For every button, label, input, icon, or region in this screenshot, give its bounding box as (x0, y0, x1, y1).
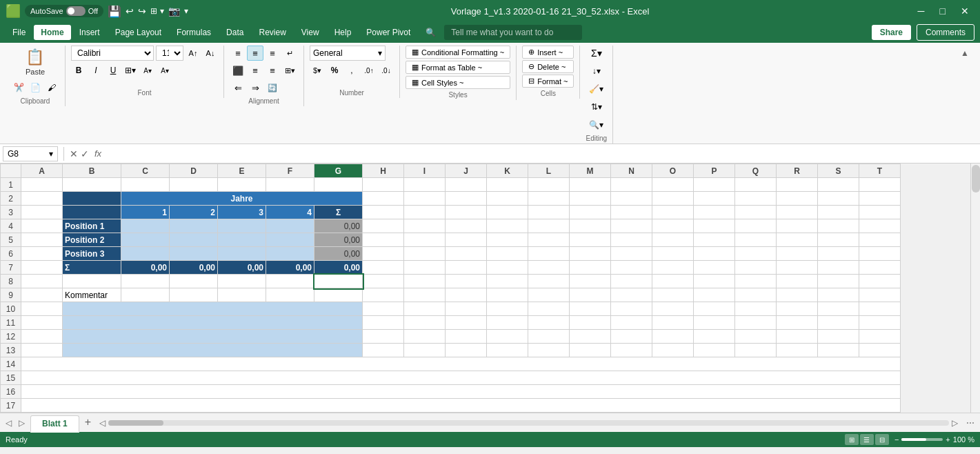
cell-P2[interactable] (694, 192, 735, 206)
comma-btn[interactable]: , (344, 63, 359, 78)
zoom-slider[interactable] (901, 438, 943, 441)
cell-R13[interactable] (777, 344, 818, 357)
page-layout-view-btn[interactable]: ☰ (860, 434, 874, 445)
cell-T12[interactable] (859, 330, 901, 344)
wrap-text-btn[interactable]: ↵ (281, 46, 298, 61)
cell-L8[interactable] (528, 275, 570, 288)
cell-R7[interactable] (777, 261, 818, 275)
cell-R12[interactable] (777, 330, 818, 344)
cell-L12[interactable] (528, 330, 570, 344)
cell-E8[interactable] (218, 275, 266, 288)
menu-formulas[interactable]: Formulas (170, 25, 218, 40)
zoom-out-btn[interactable]: − (894, 435, 899, 444)
cell-R5[interactable] (777, 233, 818, 247)
decrease-indent-btn[interactable]: ⇐ (230, 80, 246, 95)
cell-F1[interactable] (266, 178, 314, 192)
cell-K8[interactable] (487, 275, 528, 288)
col-header-R[interactable]: R (777, 164, 818, 178)
cell-M5[interactable] (570, 233, 611, 247)
fill-color-button[interactable]: A▾ (140, 63, 155, 78)
paste-button[interactable]: 📋 Paste (21, 46, 49, 79)
decrease-font-btn[interactable]: A↓ (203, 46, 218, 61)
cell-O9[interactable] (652, 288, 694, 302)
cell-M13[interactable] (570, 344, 611, 357)
number-format-select[interactable]: General ▾ (310, 46, 386, 61)
cell-S5[interactable] (818, 233, 859, 247)
cell-J8[interactable] (446, 275, 487, 288)
cell-A7[interactable] (21, 261, 63, 275)
cell-F7[interactable]: 0,00 (266, 261, 314, 275)
row-num-7[interactable]: 7 (1, 261, 21, 275)
decrease-decimal-btn[interactable]: .0↓ (379, 63, 394, 78)
col-header-K[interactable]: K (487, 164, 528, 178)
cell-I2[interactable] (404, 192, 446, 206)
col-header-L[interactable]: L (528, 164, 570, 178)
cell-T10[interactable] (859, 302, 901, 316)
row-num-1[interactable]: 1 (1, 178, 21, 192)
cell-reference-box[interactable]: G8 ▾ (3, 146, 58, 161)
cell-J5[interactable] (446, 233, 487, 247)
cell-Q7[interactable] (735, 261, 777, 275)
cell-S2[interactable] (818, 192, 859, 206)
add-sheet-button[interactable]: + (79, 413, 97, 431)
cell-D8[interactable] (170, 275, 218, 288)
cell-R2[interactable] (777, 192, 818, 206)
cell-Q5[interactable] (735, 233, 777, 247)
cell-S7[interactable] (818, 261, 859, 275)
cell-D3[interactable]: 2 (170, 206, 218, 219)
cell-C2[interactable]: Jahre (121, 192, 363, 206)
cell-I11[interactable] (404, 316, 446, 330)
cell-P9[interactable] (694, 288, 735, 302)
cell-T4[interactable] (859, 219, 901, 233)
cell-B12[interactable] (63, 330, 363, 344)
cell-M8[interactable] (570, 275, 611, 288)
cell-K7[interactable] (487, 261, 528, 275)
format-btn[interactable]: ⊟ Format ~ (522, 75, 574, 88)
clear-btn[interactable]: 🧹▾ (589, 81, 604, 97)
cell-S12[interactable] (818, 330, 859, 344)
cell-L7[interactable] (528, 261, 570, 275)
options-icon[interactable]: ⋯ (966, 418, 974, 428)
cell-H3[interactable] (363, 206, 404, 219)
cell-D9[interactable] (170, 288, 218, 302)
cell-E3[interactable]: 3 (218, 206, 266, 219)
row-num-10[interactable]: 10 (1, 302, 21, 316)
cell-N9[interactable] (611, 288, 652, 302)
cell-K2[interactable] (487, 192, 528, 206)
cell-P10[interactable] (694, 302, 735, 316)
cell-O12[interactable] (652, 330, 694, 344)
cell-S13[interactable] (818, 344, 859, 357)
cell-P12[interactable] (694, 330, 735, 344)
cell-M3[interactable] (570, 206, 611, 219)
restore-btn[interactable]: □ (934, 4, 951, 18)
share-button[interactable]: Share (872, 25, 911, 40)
autosum-btn[interactable]: Σ▾ (589, 46, 604, 61)
cell-Q10[interactable] (735, 302, 777, 316)
cell-K11[interactable] (487, 316, 528, 330)
cell-O5[interactable] (652, 233, 694, 247)
col-header-B[interactable]: B (63, 164, 121, 178)
align-right-btn[interactable]: ≡ (264, 63, 281, 78)
cell-I5[interactable] (404, 233, 446, 247)
col-header-Q[interactable]: Q (735, 164, 777, 178)
underline-button[interactable]: U (106, 63, 121, 78)
find-select-btn[interactable]: 🔍▾ (589, 117, 604, 132)
cell-P1[interactable] (694, 178, 735, 192)
cell-B1[interactable] (63, 178, 121, 192)
cell-K3[interactable] (487, 206, 528, 219)
cell-B2[interactable] (63, 192, 121, 206)
cell-S3[interactable] (818, 206, 859, 219)
cell-B11[interactable] (63, 316, 363, 330)
cell-L5[interactable] (528, 233, 570, 247)
cell-C3[interactable]: 1 (121, 206, 170, 219)
cell-O4[interactable] (652, 219, 694, 233)
cell-S11[interactable] (818, 316, 859, 330)
horizontal-scrollbar-thumb[interactable] (108, 420, 163, 426)
cell-H1[interactable] (363, 178, 404, 192)
cell-M2[interactable] (570, 192, 611, 206)
cell-O10[interactable] (652, 302, 694, 316)
horizontal-scrollbar-area[interactable]: ◁ ▷ (97, 418, 961, 428)
cell-L13[interactable] (528, 344, 570, 357)
cell-A5[interactable] (21, 233, 63, 247)
col-header-H[interactable]: H (363, 164, 404, 178)
